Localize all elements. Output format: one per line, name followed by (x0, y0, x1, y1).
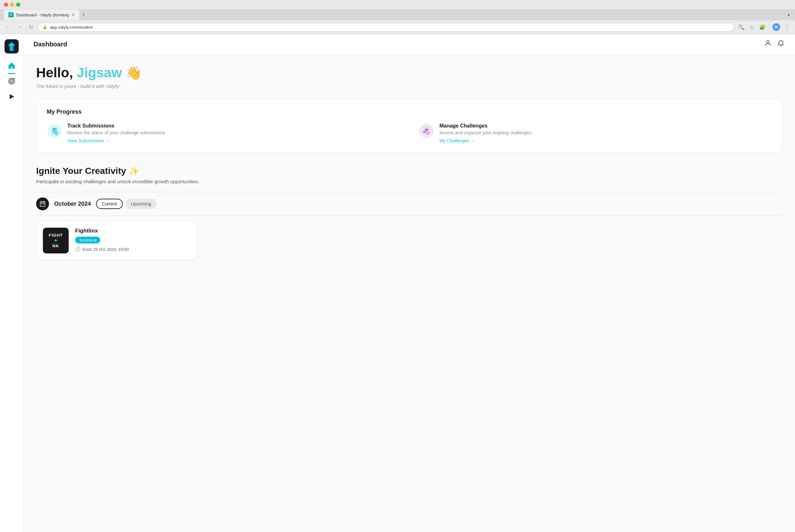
forward-button[interactable]: → (16, 23, 24, 31)
refresh-button[interactable]: ↻ (27, 23, 35, 32)
greeting-wave: 👋 (126, 66, 142, 80)
bookmark-button[interactable]: ☆ (748, 23, 755, 32)
main-content: Dashboard (23, 34, 795, 532)
browser-extend-button[interactable]: ▾ (786, 11, 791, 19)
filter-upcoming-button[interactable]: Upcoming (125, 199, 157, 209)
svg-rect-19 (43, 204, 44, 205)
creativity-title: Ignite Your Creativity ✨ (36, 166, 782, 176)
manage-challenges-title: Manage Challenges (439, 123, 533, 129)
manage-challenges-content: Manage Challenges Access and organize yo… (439, 123, 533, 144)
greeting-name: Jigsaw (77, 65, 122, 80)
address-bar[interactable]: 🔒 app.valyfy.com/student (38, 23, 734, 32)
page-title: Dashboard (34, 41, 67, 48)
app-container: Dashboard (0, 34, 795, 532)
notifications-button[interactable] (777, 39, 785, 49)
challenge-info: Fightlinx Technical 🕐 Ends 25 Oct 2024, … (75, 228, 191, 252)
creativity-description: Participate in exciting challenges and u… (36, 179, 782, 184)
sidebar (0, 34, 23, 532)
progress-card: My Progress (36, 99, 782, 153)
browser-toolbar: ← → ↻ 🔒 app.valyfy.com/student 🔍 ☆ 🧩 M ⋮ (0, 20, 795, 34)
filter-current-button[interactable]: Current (96, 199, 123, 209)
new-tab-button[interactable]: + (79, 10, 87, 20)
browser-tab-bar: V Dashboard - Valyfy (formerly ✕ + ▾ (0, 10, 795, 20)
sidebar-item-goals[interactable] (4, 74, 19, 88)
minimize-dot[interactable] (10, 3, 14, 7)
section-divider-top (36, 192, 782, 192)
browser-toolbar-actions: 🔍 ☆ 🧩 M ⋮ (737, 22, 791, 32)
challenge-name: Fightlinx (75, 228, 191, 234)
creativity-section: Ignite Your Creativity ✨ Participate in … (36, 166, 782, 260)
track-submissions-item: Track Submissions Monitor the status of … (47, 123, 399, 144)
sidebar-item-home[interactable] (4, 59, 19, 73)
track-submissions-desc: Monitor the status of your challenge sub… (67, 130, 166, 135)
month-selector: October 2024 Current Upcoming (36, 197, 782, 210)
manage-challenges-icon (419, 123, 434, 138)
svg-point-3 (11, 81, 12, 82)
sparkle-icon: ✨ (129, 166, 139, 176)
view-submissions-link[interactable]: View Submissions → (67, 138, 110, 143)
svg-rect-8 (53, 128, 56, 129)
my-challenges-link[interactable]: My Challenges → (439, 138, 475, 143)
sidebar-navigation (0, 59, 23, 104)
progress-card-title: My Progress (47, 109, 772, 115)
challenge-card: FIGHT ✦ NK Fightlinx Technical 🕐 Ends 25… (36, 221, 197, 260)
svg-point-4 (766, 41, 769, 43)
svg-rect-17 (41, 204, 42, 205)
month-label: October 2024 (54, 201, 91, 207)
greeting-title: Hello, Jigsaw 👋 (36, 65, 782, 81)
sidebar-logo[interactable] (4, 39, 19, 54)
page-body: Hello, Jigsaw 👋 The future is yours - bu… (23, 54, 795, 270)
tab-close-button[interactable]: ✕ (72, 13, 75, 17)
top-bar-actions (764, 39, 785, 49)
maximize-dot[interactable] (16, 3, 20, 7)
svg-rect-9 (53, 130, 56, 130)
svg-rect-10 (53, 131, 55, 131)
manage-challenges-item: Manage Challenges Access and organize yo… (419, 123, 772, 144)
profile-button[interactable] (764, 39, 772, 49)
close-dot[interactable] (4, 3, 8, 7)
manage-challenges-desc: Access and organize your ongoing challen… (439, 130, 533, 135)
greeting-subtitle: The future is yours - build it with Valy… (36, 83, 782, 89)
deadline-text: Ends 25 Oct 2024, 19:00 (83, 247, 129, 252)
track-submissions-icon (47, 123, 62, 138)
svg-rect-18 (42, 204, 43, 205)
top-bar: Dashboard (23, 34, 795, 54)
sidebar-item-play[interactable] (4, 90, 19, 104)
track-submissions-content: Track Submissions Monitor the status of … (67, 123, 166, 144)
back-button[interactable]: ← (4, 23, 13, 31)
track-submissions-title: Track Submissions (67, 123, 166, 129)
challenge-tag: Technical (75, 237, 100, 244)
filter-pills: Current Upcoming (96, 199, 157, 209)
browser-window-controls (4, 3, 20, 7)
svg-point-5 (781, 40, 783, 42)
challenge-logo: FIGHT ✦ NK (43, 228, 69, 253)
extensions-button[interactable]: 🧩 (758, 23, 767, 32)
challenge-logo-text: FIGHT ✦ NK (49, 233, 63, 248)
browser-menu-button[interactable]: ⋮ (783, 22, 791, 32)
greeting-section: Hello, Jigsaw 👋 The future is yours - bu… (36, 65, 782, 89)
address-text: app.valyfy.com/student (50, 25, 729, 30)
greeting-hello: Hello, (36, 65, 77, 80)
svg-rect-16 (40, 202, 45, 207)
lock-icon: 🔒 (42, 25, 48, 29)
search-button[interactable]: 🔍 (737, 23, 746, 32)
divider (770, 24, 770, 30)
challenge-deadline: 🕐 Ends 25 Oct 2024, 19:00 (75, 247, 191, 252)
progress-items: Track Submissions Monitor the status of … (47, 123, 772, 144)
browser-active-tab[interactable]: V Dashboard - Valyfy (formerly ✕ (4, 10, 79, 20)
browser-chrome: V Dashboard - Valyfy (formerly ✕ + ▾ ← →… (0, 0, 795, 34)
clock-icon: 🕐 (75, 247, 80, 252)
calendar-icon (36, 197, 49, 210)
tab-title: Dashboard - Valyfy (formerly (16, 13, 69, 17)
section-divider-bottom (36, 215, 782, 216)
user-avatar[interactable]: M (773, 23, 780, 31)
tab-favicon: V (8, 12, 14, 17)
